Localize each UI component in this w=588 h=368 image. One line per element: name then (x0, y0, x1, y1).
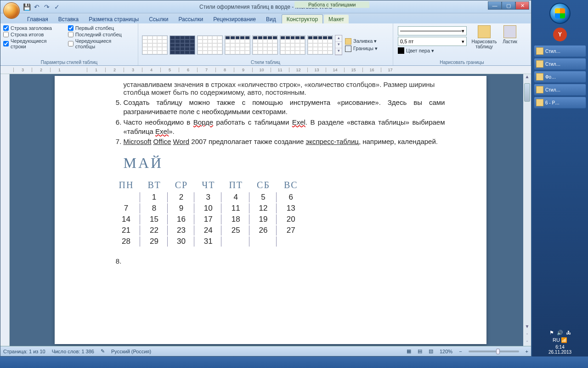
calendar-cell[interactable]: 5 (250, 192, 277, 202)
shading-button[interactable]: Заливка ▾ (345, 38, 378, 45)
zoom-slider[interactable] (469, 351, 519, 352)
status-proof-icon[interactable]: ✎ (101, 348, 105, 354)
calendar-cell[interactable]: 30 (169, 236, 194, 247)
zoom-out-icon[interactable]: − (459, 349, 462, 354)
taskbar-item[interactable]: Фо… (534, 71, 586, 83)
undo-icon[interactable]: ↶ (33, 3, 41, 11)
tray-flag-icon[interactable]: ⚑ (548, 330, 555, 336)
style-thumb-4[interactable] (225, 35, 250, 55)
calendar-cell[interactable]: 7 (113, 203, 141, 213)
style-thumb-2[interactable] (170, 35, 195, 55)
calendar-cell[interactable]: 10 (195, 203, 221, 213)
chk-header-row[interactable]: Строка заголовка (3, 25, 62, 31)
taskbar-item[interactable]: Стил… (534, 58, 586, 70)
calendar-cell[interactable] (222, 236, 249, 247)
gallery-nav[interactable]: ▴▾▾ (335, 35, 342, 55)
tab-references[interactable]: Ссылки (144, 15, 173, 23)
tab-home[interactable]: Главная (23, 15, 53, 23)
calendar-cell[interactable]: 29 (141, 236, 167, 247)
style-thumb-3[interactable] (197, 35, 223, 55)
calendar-cell[interactable]: 1 (141, 192, 167, 202)
tab-layout-table[interactable]: Макет (324, 15, 349, 23)
minimize-button[interactable]: — (488, 1, 502, 10)
scrollbar-vertical[interactable]: ▲ ▼ ◦ ◦ (523, 74, 531, 346)
calendar-cell[interactable]: 9 (169, 203, 194, 213)
maximize-button[interactable]: ▢ (502, 1, 515, 10)
style-thumb-5[interactable] (252, 35, 278, 55)
pen-color-button[interactable]: Цвет пера ▾ (398, 47, 467, 54)
calendar-cell[interactable] (250, 236, 277, 247)
calendar-cell[interactable]: 31 (195, 236, 221, 247)
calendar-cell[interactable]: 20 (277, 214, 305, 224)
scroll-up-icon[interactable]: ▲ (525, 74, 530, 81)
taskbar-item[interactable]: Стил… (534, 84, 586, 96)
spellcheck-icon[interactable]: ✓ (53, 3, 61, 11)
style-thumb-7[interactable] (307, 35, 333, 55)
calendar-cell[interactable]: 12 (250, 203, 277, 213)
chk-banded-rows[interactable]: Чередующиеся строки (3, 38, 62, 49)
status-page[interactable]: Страница: 1 из 10 (3, 349, 45, 354)
redo-icon[interactable]: ↷ (43, 3, 51, 11)
calendar-cell[interactable]: 18 (222, 214, 249, 224)
borders-button[interactable]: Границы ▾ (345, 46, 378, 52)
view-read-icon[interactable]: ▤ (418, 348, 422, 354)
calendar-cell[interactable]: 28 (113, 236, 141, 247)
status-language[interactable]: Русский (Россия) (111, 349, 151, 354)
tab-design[interactable]: Конструктор (282, 14, 323, 23)
tab-insert[interactable]: Вставка (54, 15, 84, 23)
clock-date[interactable]: 26.11.2013 (532, 350, 588, 355)
calendar-cell[interactable]: 26 (250, 225, 277, 236)
line-weight-combo[interactable]: 0,5 пт▾ (398, 37, 467, 46)
tray-lang-icon[interactable]: RU (553, 337, 559, 344)
office-button[interactable] (3, 2, 20, 19)
tray-signal-icon[interactable]: 📶 (561, 337, 567, 344)
clock-time[interactable]: 6:14 (532, 345, 588, 350)
eraser-button[interactable]: Ластик (500, 25, 520, 44)
calendar-cell[interactable]: 2 (169, 192, 194, 202)
calendar-cell[interactable]: 27 (277, 225, 305, 236)
tray-volume-icon[interactable]: 🔊 (557, 330, 563, 336)
calendar-cell[interactable]: 23 (169, 225, 194, 236)
calendar-cell[interactable]: 13 (277, 203, 305, 213)
calendar-cell[interactable]: 19 (250, 214, 277, 224)
chk-total-row[interactable]: Строка итогов (3, 32, 62, 37)
calendar-cell[interactable]: 6 (277, 192, 305, 202)
calendar-cell[interactable]: 21 (113, 225, 141, 236)
page[interactable]: устанавливаем значения в строках «количе… (55, 76, 486, 344)
browse-next-icon[interactable]: ◦ (526, 339, 528, 346)
yandex-icon[interactable]: Y (553, 28, 567, 41)
chk-first-col[interactable]: Первый столбец (68, 25, 131, 31)
zoom-in-icon[interactable]: + (526, 349, 528, 354)
tab-layout[interactable]: Разметка страницы (84, 15, 143, 23)
calendar-cell[interactable]: 4 (222, 192, 249, 202)
view-print-icon[interactable]: ▦ (407, 348, 411, 354)
calendar-cell[interactable]: 17 (195, 214, 221, 224)
chk-banded-cols[interactable]: Чередующиеся столбцы (68, 38, 131, 49)
calendar-cell[interactable]: 25 (222, 225, 249, 236)
status-words[interactable]: Число слов: 1 386 (52, 349, 94, 354)
scroll-down-icon[interactable]: ▼ (525, 324, 530, 331)
tab-mailings[interactable]: Рассылки (174, 15, 208, 23)
calendar-cell[interactable]: 15 (141, 214, 167, 224)
chk-last-col[interactable]: Последний столбец (68, 32, 131, 37)
tab-review[interactable]: Рецензирование (209, 15, 260, 23)
draw-table-button[interactable]: Нарисовать таблицу (471, 25, 497, 49)
tab-view[interactable]: Вид (261, 15, 281, 23)
ruler-vertical[interactable] (0, 74, 10, 346)
scroll-thumb[interactable] (524, 83, 530, 102)
start-button[interactable] (549, 3, 571, 24)
view-web-icon[interactable]: ▧ (429, 348, 433, 354)
calendar-cell[interactable]: 11 (222, 203, 249, 213)
style-thumb-6[interactable] (280, 35, 305, 55)
calendar-cell[interactable]: 3 (195, 192, 221, 202)
ruler-horizontal[interactable]: 3211234567891011121314151617 (0, 66, 531, 74)
calendar-cell[interactable] (277, 236, 305, 247)
save-icon[interactable]: 💾 (23, 3, 31, 11)
calendar-cell[interactable] (113, 192, 141, 202)
taskbar[interactable] (0, 356, 588, 368)
calendar-table[interactable]: ПНВТСРЧТПТСБВС 1234567891011121314151617… (112, 178, 305, 247)
calendar-cell[interactable]: 22 (141, 225, 167, 236)
taskbar-item[interactable]: Стил… (534, 45, 586, 57)
style-gallery[interactable]: ▴▾▾ (141, 34, 343, 56)
style-thumb-1[interactable] (142, 35, 168, 55)
